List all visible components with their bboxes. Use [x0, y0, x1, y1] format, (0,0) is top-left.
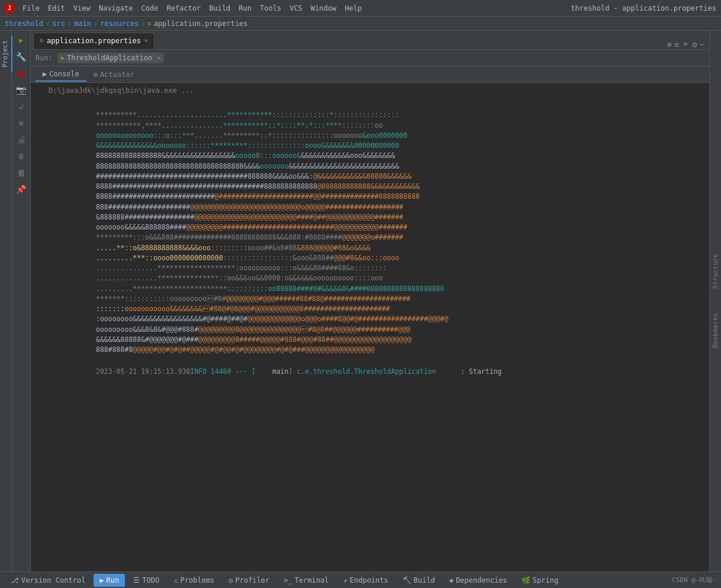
- menu-build[interactable]: Build: [205, 3, 234, 14]
- version-control-icon: ⎇: [11, 576, 19, 584]
- menu-bar: File Edit View Navigate Code Refactor Bu…: [19, 3, 566, 14]
- window-title: threshold - application.properties: [571, 4, 716, 12]
- status-tab-problems-label: Problems: [180, 576, 214, 584]
- console-tab-console[interactable]: ▶ Console: [36, 67, 86, 82]
- status-tab-todo-label: TODO: [142, 576, 159, 584]
- status-tab-endpoints-label: Endpoints: [350, 576, 388, 584]
- console-line-12: *********:::o&&&888##############8888888…: [96, 232, 704, 243]
- sep3: ›: [94, 20, 98, 28]
- console-line-2: oooooooooooooo:::o:::***.......*********…: [96, 131, 704, 141]
- status-tab-terminal[interactable]: >_ Terminal: [278, 574, 334, 587]
- tab-close-button[interactable]: ×: [144, 37, 148, 44]
- status-tab-profiler[interactable]: ◎ Profiler: [223, 574, 275, 587]
- tool-icon-rerun[interactable]: ↲: [14, 99, 28, 114]
- breadcrumb: threshold › src › main › resources › ⚙ a…: [0, 17, 721, 31]
- menu-navigate[interactable]: Navigate: [95, 3, 137, 14]
- tool-icon-list[interactable]: ≡: [14, 116, 28, 130]
- menu-view[interactable]: View: [70, 3, 94, 14]
- console-line-5: 888888888888888888888888888888888888&&&&…: [96, 161, 704, 172]
- list-icon[interactable]: ≡: [674, 40, 679, 49]
- tool-icon-wrench[interactable]: 🔧: [14, 50, 28, 64]
- right-sidebar-structure[interactable]: Structure: [712, 254, 719, 289]
- sidebar-item-project[interactable]: Project: [0, 35, 12, 72]
- menu-code[interactable]: Code: [138, 3, 162, 14]
- status-tab-build-label: Build: [414, 576, 435, 584]
- cmd-line: D:\javaJdk\jdkqsq\bin\java.exe ...: [49, 85, 704, 99]
- run-config-name: ThresholdApplication: [67, 54, 153, 62]
- status-tab-run[interactable]: ▶ Run: [94, 574, 125, 587]
- tool-icon-run[interactable]: ▶: [14, 33, 28, 47]
- sep1: ›: [46, 20, 50, 28]
- tool-icon-camera[interactable]: 📷: [14, 83, 28, 97]
- tool-icon-trash[interactable]: 🗑: [14, 166, 28, 180]
- globe-icon[interactable]: ⊕: [667, 40, 671, 49]
- crumb-project[interactable]: threshold: [5, 20, 43, 28]
- split-icon[interactable]: ⫩: [681, 40, 690, 49]
- status-tab-build[interactable]: 🔨 Build: [397, 574, 441, 587]
- status-tab-todo[interactable]: ☰ TODO: [127, 574, 165, 587]
- terminal-icon: >_: [284, 576, 292, 584]
- status-bar: ⎇ Version Control ▶ Run ☰ TODO ⚠ Problem…: [0, 571, 721, 588]
- console-status-line: 2023-05-21 19:15:13.930INFO 14460 --- [ …: [96, 367, 704, 377]
- console-line-0: **********......................********…: [96, 110, 704, 120]
- run-bar: Run: ▶ ThresholdApplication ×: [31, 50, 709, 66]
- spring-icon: 🌿: [522, 576, 530, 584]
- crumb-main[interactable]: main: [74, 20, 91, 28]
- status-tab-profiler-label: Profiler: [235, 576, 269, 584]
- console-line-19: :::::::ooooooooooo&&&&&&&&#88@#@8@@@#@@…: [96, 304, 704, 314]
- crumb-src[interactable]: src: [52, 20, 65, 28]
- status-tab-endpoints[interactable]: ↗ Endpoints: [337, 574, 394, 587]
- console-line-13: .....**::o&8888888888&&&&ooo:::::::::ooo…: [96, 243, 704, 253]
- tool-sidebar: ▶ 🔧 ■ 📷 ↲ ≡ 🖨 ≣ 🗑 📌: [12, 31, 31, 571]
- endpoints-icon: ↗: [343, 576, 347, 584]
- menu-edit[interactable]: Edit: [44, 3, 69, 14]
- console-tab-actuator[interactable]: ⚙ Actuator: [86, 68, 141, 81]
- tab-toolbar: ⊕ ≡ ⫩ ⚙ −: [667, 40, 709, 49]
- file-type-icon: ⚙: [148, 20, 152, 27]
- console-tab-label: Console: [49, 70, 79, 78]
- console-line-21: ooooooooo&&&8&8&#@@@#888#@@@@@@@@@8@@@@@…: [96, 325, 704, 335]
- console-line-9: 888####################@@@@@@@@@@@@@@@@@…: [96, 202, 704, 212]
- console-line-4: 8888888888888888&&&&&&&&&&&&&&&&&&ooooo0…: [96, 151, 704, 161]
- problems-icon: ⚠: [173, 576, 178, 584]
- tool-icon-layers[interactable]: ≣: [14, 149, 28, 163]
- console-line-1: ***********,****...............*********…: [96, 121, 704, 131]
- run-label: Run:: [36, 54, 53, 62]
- console-line-3: &&&&&&&&&&&&&&&ooooooo::::::*********:::…: [96, 141, 704, 151]
- tab-file-icon: ⚙: [40, 37, 43, 44]
- status-tab-spring[interactable]: 🌿 Spring: [516, 574, 564, 587]
- status-tab-spring-label: Spring: [533, 576, 558, 584]
- editor-tab-properties[interactable]: ⚙ application.properties ×: [33, 33, 154, 49]
- crumb-resources[interactable]: resources: [100, 20, 139, 28]
- run-status-icon: ▶: [99, 576, 104, 584]
- right-sidebar-bookmarks[interactable]: Bookmarks: [712, 313, 719, 348]
- status-tab-problems[interactable]: ⚠ Problems: [168, 574, 220, 587]
- tool-icon-stop[interactable]: ■: [14, 66, 28, 80]
- run-config-icon: ▶: [61, 54, 65, 61]
- menu-tools[interactable]: Tools: [256, 3, 285, 14]
- tool-icon-print[interactable]: 🖨: [14, 133, 28, 147]
- actuator-tab-label: Actuator: [100, 70, 134, 79]
- minimize-icon[interactable]: −: [700, 40, 704, 49]
- editor-tabs: ⚙ application.properties × ⊕ ≡ ⫩ ⚙ −: [31, 31, 709, 50]
- profiler-icon: ◎: [228, 576, 233, 584]
- status-tab-dependencies[interactable]: ◈ Dependencies: [443, 574, 513, 587]
- menu-run[interactable]: Run: [235, 3, 255, 14]
- main-layout: Project ▶ 🔧 ■ 📷 ↲ ≡ 🖨 ≣ 🗑 📌 ⚙ applicatio…: [0, 31, 721, 571]
- menu-file[interactable]: File: [19, 3, 43, 14]
- app-icon: J: [5, 4, 14, 13]
- tool-icon-pin[interactable]: 📌: [14, 182, 28, 196]
- run-config-close[interactable]: ×: [157, 54, 160, 61]
- project-sidebar-tab: Project: [0, 31, 12, 571]
- menu-refactor[interactable]: Refactor: [163, 3, 204, 14]
- menu-window[interactable]: Window: [307, 3, 340, 14]
- status-tab-version-control[interactable]: ⎇ Version Control: [5, 574, 91, 587]
- console-line-16: ...............***************::oo&&&oo&…: [96, 273, 704, 283]
- console-line-14: .........***::oooo0000000000000:::::::::…: [96, 253, 704, 263]
- right-sidebar: Structure Bookmarks: [709, 31, 721, 571]
- console-line-10: &888888#################@@@@@@@@@@@@@@@@…: [96, 212, 704, 222]
- menu-vcs[interactable]: VCS: [286, 3, 306, 14]
- menu-help[interactable]: Help: [341, 3, 365, 14]
- gear-icon[interactable]: ⚙: [692, 40, 697, 49]
- run-config[interactable]: ▶ ThresholdApplication ×: [57, 53, 165, 63]
